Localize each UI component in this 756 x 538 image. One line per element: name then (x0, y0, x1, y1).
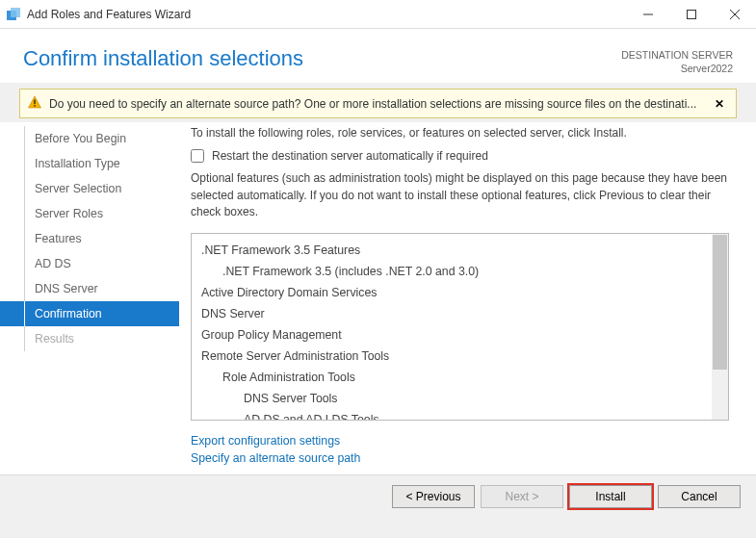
close-button[interactable] (713, 0, 756, 28)
alert-bar: Do you need to specify an alternate sour… (19, 89, 737, 118)
sidebar-step-label: Before You Begin (35, 132, 126, 145)
links: Export configuration settings Specify an… (191, 421, 729, 469)
restart-label: Restart the destination server automatic… (212, 149, 488, 163)
app-icon (6, 7, 21, 22)
feature-item: Active Directory Domain Services (201, 282, 728, 303)
sidebar-step-label: Server Roles (35, 207, 103, 220)
sidebar: Before You BeginInstallation TypeServer … (0, 122, 179, 474)
restart-checkbox[interactable] (191, 149, 204, 163)
sidebar-step-label: Installation Type (35, 157, 120, 170)
feature-item: DNS Server (201, 303, 728, 324)
svg-rect-1 (11, 8, 20, 17)
sidebar-step-server-selection[interactable]: Server Selection (0, 176, 179, 201)
sidebar-step-server-roles[interactable]: Server Roles (0, 201, 179, 226)
destination-label: DESTINATION SERVER (621, 48, 733, 62)
sidebar-step-label: Confirmation (35, 307, 102, 320)
feature-item: AD DS and AD LDS Tools (201, 409, 728, 421)
sidebar-step-label: Server Selection (35, 182, 121, 195)
sidebar-step-label: Features (35, 232, 82, 245)
minimize-button[interactable] (626, 0, 669, 28)
sidebar-step-label: DNS Server (35, 282, 98, 295)
alert-text: Do you need to specify an alternate sour… (49, 97, 711, 111)
window-title: Add Roles and Features Wizard (27, 8, 626, 21)
intro-text: To install the following roles, role ser… (191, 126, 729, 140)
export-link[interactable]: Export configuration settings (191, 432, 729, 449)
scrollbar-thumb[interactable] (713, 235, 727, 370)
optional-desc: Optional features (such as administratio… (191, 170, 729, 220)
install-button[interactable]: Install (569, 485, 652, 508)
next-button[interactable]: Next > (481, 485, 563, 508)
sidebar-step-results: Results (0, 326, 179, 351)
feature-item: .NET Framework 3.5 Features (201, 240, 728, 261)
main-content: To install the following roles, role ser… (179, 122, 756, 474)
sidebar-step-installation-type[interactable]: Installation Type (0, 151, 179, 176)
feature-list: .NET Framework 3.5 Features.NET Framewor… (191, 233, 729, 421)
maximize-button[interactable] (669, 0, 713, 28)
feature-item: Group Policy Management (201, 324, 728, 346)
cancel-button[interactable]: Cancel (658, 485, 741, 508)
sidebar-step-dns-server[interactable]: DNS Server (0, 276, 179, 301)
destination-info: DESTINATION SERVER Server2022 (621, 46, 733, 75)
svg-rect-8 (34, 105, 36, 107)
destination-server: Server2022 (621, 62, 733, 75)
page-title: Confirm installation selections (23, 46, 303, 71)
header: Confirm installation selections DESTINAT… (0, 29, 756, 83)
svg-rect-7 (34, 100, 36, 105)
svg-rect-3 (687, 10, 695, 18)
sidebar-step-ad-ds[interactable]: AD DS (0, 251, 179, 276)
feature-item: Remote Server Administration Tools (201, 346, 728, 367)
feature-item: DNS Server Tools (201, 388, 728, 409)
sidebar-step-label: AD DS (35, 257, 71, 270)
sidebar-step-features[interactable]: Features (0, 226, 179, 251)
warning-icon (28, 95, 41, 112)
footer: < Previous Next > Install Cancel (0, 474, 756, 518)
sidebar-step-confirmation[interactable]: Confirmation (0, 301, 179, 326)
alert-close-icon[interactable]: ✕ (711, 97, 728, 111)
feature-item: Role Administration Tools (201, 367, 728, 388)
previous-button[interactable]: < Previous (392, 485, 475, 508)
sidebar-step-before-you-begin[interactable]: Before You Begin (0, 126, 179, 151)
feature-item: .NET Framework 3.5 (includes .NET 2.0 an… (201, 261, 728, 282)
sidebar-step-label: Results (35, 332, 74, 346)
alternate-source-link[interactable]: Specify an alternate source path (191, 449, 729, 467)
restart-row: Restart the destination server automatic… (191, 149, 729, 163)
scrollbar-track[interactable] (712, 234, 728, 420)
titlebar: Add Roles and Features Wizard (0, 0, 756, 29)
